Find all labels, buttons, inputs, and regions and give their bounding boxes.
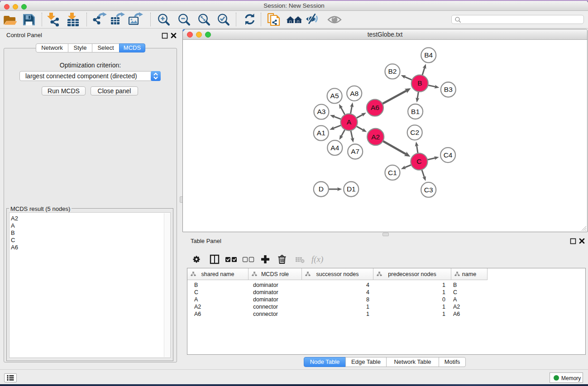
- svg-text:A4: A4: [330, 144, 339, 152]
- svg-text:B2: B2: [388, 67, 397, 75]
- svg-text:D1: D1: [347, 185, 356, 193]
- svg-text:C1: C1: [388, 169, 397, 176]
- svg-text:A1: A1: [317, 129, 325, 137]
- svg-text:C4: C4: [444, 151, 453, 159]
- svg-text:A5: A5: [330, 92, 339, 100]
- svg-text:B1: B1: [411, 108, 420, 115]
- svg-text:B4: B4: [424, 51, 433, 59]
- svg-text:B: B: [417, 79, 422, 87]
- svg-text:A3: A3: [317, 108, 326, 115]
- svg-text:C: C: [416, 157, 421, 165]
- svg-text:A8: A8: [350, 90, 359, 97]
- svg-text:A2: A2: [371, 133, 380, 141]
- svg-text:f(x): f(x): [311, 254, 323, 264]
- svg-text:B3: B3: [444, 86, 453, 93]
- svg-text:D: D: [319, 185, 324, 193]
- svg-text:A6: A6: [371, 104, 379, 111]
- svg-text:A: A: [347, 118, 352, 126]
- svg-text:A7: A7: [351, 148, 359, 155]
- svg-text:C2: C2: [410, 129, 419, 136]
- svg-text:C3: C3: [424, 186, 433, 194]
